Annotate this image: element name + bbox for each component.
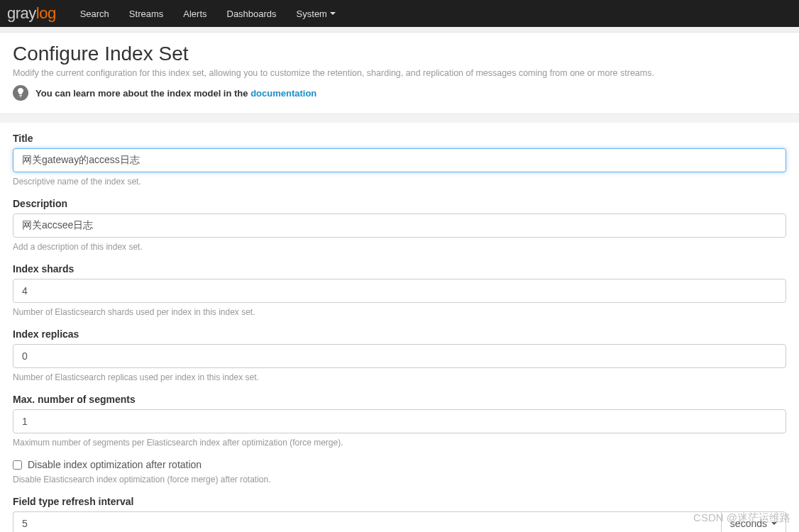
page-title: Configure Index Set	[13, 43, 786, 65]
replicas-input[interactable]	[13, 344, 786, 368]
page-header: Configure Index Set Modify the current c…	[0, 33, 799, 114]
field-title: Title Descriptive name of the index set.	[13, 133, 786, 187]
nav-alerts[interactable]: Alerts	[183, 9, 206, 19]
nav-system-label: System	[297, 9, 327, 19]
segments-label: Max. number of segments	[13, 394, 786, 405]
refresh-unit-label: seconds	[730, 518, 767, 529]
title-input[interactable]	[13, 148, 786, 172]
nav-search[interactable]: Search	[80, 9, 109, 19]
brand-logo[interactable]: graylog	[7, 4, 56, 23]
caret-down-icon	[330, 12, 336, 15]
lightbulb-icon	[13, 85, 28, 101]
navbar: graylog Search Streams Alerts Dashboards…	[0, 0, 799, 27]
field-disable-optimization: Disable index optimization after rotatio…	[13, 459, 786, 484]
shards-help: Number of Elasticsearch shards used per …	[13, 307, 786, 317]
logo-gray: gray	[7, 4, 36, 22]
title-label: Title	[13, 133, 786, 144]
segments-help: Maximum number of segments per Elasticse…	[13, 438, 786, 448]
shards-label: Index shards	[13, 263, 786, 275]
nav-system[interactable]: System	[297, 9, 336, 19]
logo-orange: log	[36, 4, 56, 22]
nav-dashboards[interactable]: Dashboards	[227, 9, 277, 19]
documentation-link[interactable]: documentation	[250, 88, 316, 99]
field-replicas: Index replicas Number of Elasticsearch r…	[13, 328, 786, 382]
description-help: Add a description of this index set.	[13, 242, 786, 252]
caret-down-icon	[771, 522, 777, 525]
page-subtitle: Modify the current configuration for thi…	[13, 68, 786, 78]
disable-optimization-help: Disable Elasticsearch index optimization…	[13, 475, 786, 484]
replicas-label: Index replicas	[13, 328, 786, 340]
info-banner: You can learn more about the index model…	[13, 85, 786, 101]
title-help: Descriptive name of the index set.	[13, 177, 786, 187]
disable-optimization-label[interactable]: Disable index optimization after rotatio…	[28, 459, 202, 470]
field-refresh-interval: Field type refresh interval seconds How …	[13, 496, 786, 532]
description-label: Description	[13, 198, 786, 209]
nav-streams[interactable]: Streams	[129, 9, 163, 19]
refresh-label: Field type refresh interval	[13, 496, 786, 507]
spacer	[0, 27, 799, 33]
replicas-help: Number of Elasticsearch replicas used pe…	[13, 372, 786, 382]
info-prefix: You can learn more about the index model…	[35, 88, 250, 99]
form: Title Descriptive name of the index set.…	[0, 114, 799, 532]
segments-input[interactable]	[13, 409, 786, 433]
field-shards: Index shards Number of Elasticsearch sha…	[13, 263, 786, 317]
field-segments: Max. number of segments Maximum number o…	[13, 394, 786, 448]
disable-optimization-checkbox[interactable]	[13, 460, 22, 470]
refresh-input[interactable]	[13, 511, 721, 532]
info-text: You can learn more about the index model…	[35, 88, 316, 99]
shards-input[interactable]	[13, 279, 786, 303]
field-description: Description Add a description of this in…	[13, 198, 786, 252]
refresh-unit-dropdown[interactable]: seconds	[721, 511, 786, 532]
description-input[interactable]	[13, 214, 786, 238]
